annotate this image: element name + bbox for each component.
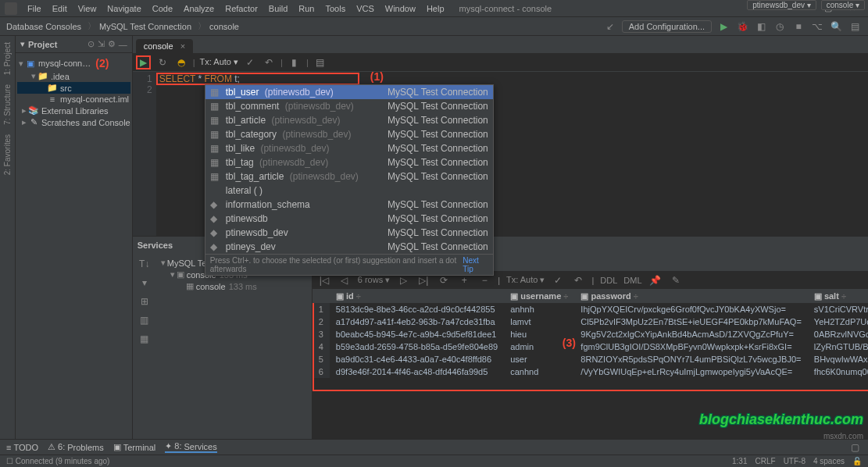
table-cell[interactable]: 8RNZIOYxR5pdsSPqONYr7L4umPBSiQlzL7v5wcgJ… [574, 353, 807, 365]
project-tree-item[interactable]: ▾📁.idea [17, 70, 130, 82]
menu-analyze[interactable]: Analyze [180, 2, 218, 15]
menu-tools[interactable]: Tools [321, 2, 349, 15]
tab-problems[interactable]: ⚠ 6: Problems [48, 442, 104, 452]
rollback-icon[interactable]: ↶ [262, 55, 276, 70]
breadcrumb-item[interactable]: console [209, 22, 239, 31]
table-cell[interactable]: fgm9ClUB3gIOI/DS8XMpBFyvn0Wwpkxpk+KsrFi8… [574, 340, 807, 353]
rollback-icon2[interactable]: ↶ [571, 273, 585, 287]
toolstrip-project[interactable]: 1: Project [3, 42, 12, 75]
table-cell[interactable]: anhnh [504, 303, 574, 315]
hierarchy-icon[interactable]: ▤ [848, 20, 862, 34]
tab-terminal[interactable]: ▣ Terminal [113, 442, 156, 452]
breadcrumb-item[interactable]: Database Consoles [6, 22, 81, 31]
menu-help[interactable]: Help [423, 2, 448, 15]
autocomplete-item[interactable]: lateral ( ) [205, 184, 493, 198]
rerun-icon[interactable]: T↓ [138, 257, 152, 271]
autocomplete-item[interactable]: ▦tbl_tag_article (ptinewsdb_dev)MySQL Te… [205, 169, 493, 184]
services-tree-item[interactable]: ▦console133 ms [159, 280, 309, 292]
column-header[interactable]: ▣ salt ÷ [808, 290, 868, 303]
collapse-icon[interactable]: ⇲ [98, 39, 105, 49]
column-header[interactable]: ▣ password ÷ [574, 290, 807, 303]
table-cell[interactable]: /VyYbGWIUqEp+eLrRcy4uImjLgmwopeIygi5yVaA… [574, 365, 807, 378]
profile-icon[interactable]: ◷ [773, 20, 787, 34]
table-cell[interactable]: IhjQpYXQEICrv/pxckge6Grof0fQvcJY0bKA4yXW… [574, 303, 807, 315]
table-cell[interactable]: ba9d0c31-c4e6-4433-a0a7-e40c4f8ffd86 [330, 353, 504, 365]
console-dropdown[interactable]: console ▾ [821, 0, 865, 10]
table-cell[interactable]: a17d4d97-a41f-4eb2-963b-7a47cde31fba [330, 315, 504, 328]
dml-button[interactable]: DML [623, 276, 641, 285]
table-cell[interactable]: b59e3add-2659-4758-b85a-d5e9fe804e89 [330, 340, 504, 353]
table-cell[interactable]: b0eabc45-b945-4e7c-a9b4-c9d5ef81dee1 [330, 328, 504, 340]
run-icon[interactable]: ▶ [716, 20, 730, 34]
table-row[interactable]: 15813dc9e-8be3-46cc-a2cd-d9c0cf442855anh… [313, 303, 868, 315]
editor-tab-console[interactable]: console × [136, 39, 193, 53]
table-cell[interactable]: d9f3e46f-2014-4f46-ac48-dfd446fa99d5 [330, 365, 504, 378]
menu-navigate[interactable]: Navigate [103, 2, 145, 15]
menu-file[interactable]: File [23, 2, 45, 15]
history-icon[interactable]: ↻ [155, 55, 170, 70]
execute-button[interactable]: ▶ [136, 55, 151, 70]
layout-icon[interactable]: ▥ [138, 313, 152, 327]
table-row[interactable]: 4b59e3add-2659-4758-b85a-d5e9fe804e89adm… [313, 340, 868, 353]
grid-icon[interactable]: ▦ [138, 332, 152, 346]
row-count[interactable]: 6 rows ▾ [358, 275, 390, 285]
table-cell[interactable]: canhnd [504, 365, 574, 378]
tab-services[interactable]: ✦ 8: Services [165, 441, 216, 453]
build-icon[interactable]: ↙ [603, 20, 617, 34]
column-header[interactable]: ▣ username ÷ [504, 290, 574, 303]
locate-icon[interactable]: ⊙ [88, 39, 95, 49]
expand-icon[interactable]: ⊞ [138, 294, 152, 308]
table-cell[interactable]: lamvt [504, 315, 574, 328]
hide-icon[interactable]: — [119, 40, 127, 49]
menu-view[interactable]: View [74, 2, 101, 15]
table-row[interactable]: 5ba9d0c31-c4e6-4433-a0a7-e40c4f8ffd86use… [313, 353, 868, 365]
table-cell[interactable]: 9Kg5V2ct2xIgCxYipAnkBd4bAcmAsD/1ZXVQgZcP… [574, 328, 807, 340]
encoding[interactable]: UTF-8 [784, 457, 805, 465]
explain-icon[interactable]: ◓ [174, 55, 188, 70]
table-cell[interactable]: 5813dc9e-8be3-46cc-a2cd-d9c0cf442855 [330, 303, 504, 315]
table-cell[interactable]: BHvqwIwWAxJERPPhuWEvGw== [808, 353, 868, 365]
editor-code[interactable]: SELECT * FROM t; (1) ▦tbl_user (ptinewsd… [156, 72, 868, 236]
tx-mode-dropdown[interactable]: Tx: Auto ▾ [200, 57, 238, 67]
table-cell[interactable]: 0ABRzvlNVGcuTrx0Kz9UDA== [808, 328, 868, 340]
event-log-icon[interactable]: ▢ [848, 440, 862, 455]
menu-vcs[interactable]: VCS [352, 2, 378, 15]
table-cell[interactable]: user [504, 353, 574, 365]
autocomplete-item[interactable]: ▦tbl_category (ptinewsdb_dev)MySQL Test … [205, 127, 493, 141]
ddl-button[interactable]: DDL [600, 276, 617, 285]
sql-editor[interactable]: 12 SELECT * FROM t; (1) ▦tbl_user (ptine… [133, 72, 868, 236]
project-tree-item[interactable]: ▸📚External Libraries [17, 105, 130, 116]
autocomplete-item[interactable]: ◆ptinewsdb MySQL Test Connection [205, 212, 493, 226]
menu-window[interactable]: Window [381, 2, 420, 15]
autocomplete-item[interactable]: ▦tbl_tag (ptinewsdb_dev)MySQL Test Conne… [205, 155, 493, 169]
breadcrumb-item[interactable]: MySQL Test Connection [99, 22, 191, 31]
table-cell[interactable]: sV1CriCVRVtrkWCp6I5dww== [808, 303, 868, 315]
table-row[interactable]: 6d9f3e46f-2014-4f46-ac48-dfd446fa99d5can… [313, 365, 868, 378]
filter-icon[interactable]: ▾ [138, 276, 152, 290]
commit-icon2[interactable]: ✓ [551, 273, 565, 287]
table-row[interactable]: 3b0eabc45-b945-4e7c-a9b4-c9d5ef81dee1hie… [313, 328, 868, 340]
pin-icon[interactable]: 📌 [648, 273, 663, 287]
autocomplete-item[interactable]: ▦tbl_like (ptinewsdb_dev)MySQL Test Conn… [205, 141, 493, 155]
project-tree-item[interactable]: 📁src [17, 82, 130, 94]
view-icon[interactable]: ▤ [313, 55, 327, 70]
table-cell[interactable]: fhc6K0numq00gHhFBlqGog== [808, 365, 868, 378]
tab-todo[interactable]: ≡ TODO [6, 443, 38, 452]
autocomplete-item[interactable]: ◆ptineys_dev MySQL Test Connection [205, 240, 493, 254]
table-cell[interactable]: YeH2TZdP7UqJbzl1olov3g== [808, 315, 868, 328]
line-ending[interactable]: CRLF [755, 457, 776, 465]
project-root[interactable]: ▾▣mysql-conn… (2) [17, 56, 130, 70]
stop-icon[interactable]: ■ [791, 20, 805, 34]
run-config-dropdown[interactable]: Add Configuration... [622, 20, 712, 33]
menu-run[interactable]: Run [295, 2, 318, 15]
color-icon[interactable]: ✎ [669, 273, 683, 287]
debug-icon[interactable]: 🐞 [735, 20, 749, 34]
project-panel-arrow[interactable]: ▾ [20, 39, 25, 49]
lock-icon[interactable]: 🔓 [852, 457, 862, 465]
autocomplete-item[interactable]: ▦tbl_article (ptinewsdb_dev)MySQL Test C… [205, 113, 493, 127]
table-cell[interactable]: Cl5Pb2vIF3MpUz2En7BtSE+ieUEGF4PE0kbp7kMu… [574, 315, 807, 328]
toolstrip-favorites[interactable]: 2: Favorites [3, 134, 12, 175]
project-tree-item[interactable]: ≡mysql-connect.iml [17, 94, 130, 105]
indent[interactable]: 4 spaces [813, 457, 845, 465]
tab-close-icon[interactable]: × [180, 41, 185, 51]
